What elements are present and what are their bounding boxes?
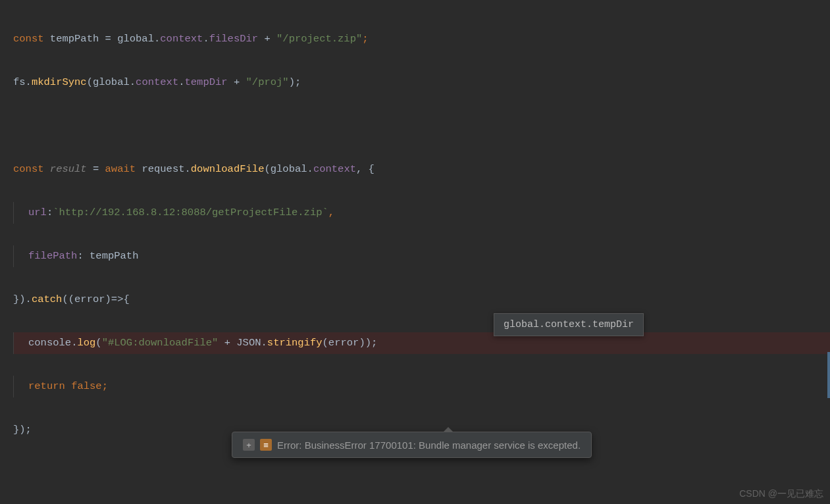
- code-line[interactable]: url:`http://192.168.8.12:8088/getProject…: [13, 202, 830, 224]
- list-icon[interactable]: ≡: [260, 439, 272, 451]
- code-line[interactable]: [13, 463, 830, 484]
- scrollbar-marker[interactable]: [827, 352, 830, 398]
- keyword: const: [13, 33, 44, 45]
- code-line[interactable]: }).catch((error)=>{: [13, 289, 830, 311]
- code-line-error-highlight[interactable]: console.log("#LOG:downloadFile" + JSON.s…: [13, 332, 830, 354]
- code-line[interactable]: return false;: [13, 376, 830, 397]
- watermark: CSDN @一见已难忘: [739, 488, 823, 500]
- error-message: Error: BusinessError 17700101: Bundle ma…: [277, 440, 581, 451]
- code-line[interactable]: fs.mkdirSync(global.context.tempDir + "/…: [13, 72, 830, 93]
- plus-icon[interactable]: +: [243, 439, 255, 451]
- code-editor[interactable]: const tempPath = global.context.filesDir…: [0, 0, 830, 504]
- code-line[interactable]: filePath: tempPath: [13, 245, 830, 267]
- code-line[interactable]: const result = await request.downloadFil…: [13, 159, 830, 180]
- hover-tooltip: global.context.tempDir: [494, 313, 644, 336]
- error-popup[interactable]: + ≡ Error: BusinessError 17700101: Bundl…: [232, 432, 592, 458]
- code-line[interactable]: [13, 115, 830, 137]
- code-line[interactable]: const tempPath = global.context.filesDir…: [13, 28, 830, 50]
- tooltip-text: global.context.tempDir: [504, 319, 634, 330]
